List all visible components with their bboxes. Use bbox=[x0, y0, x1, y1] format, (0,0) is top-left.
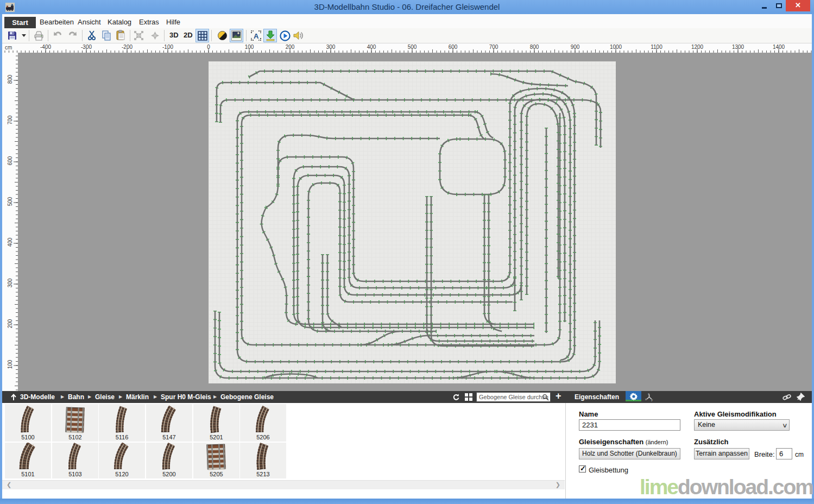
svg-text:600: 600 bbox=[449, 44, 458, 50]
svg-text:100: 100 bbox=[7, 360, 13, 369]
svg-text:300: 300 bbox=[7, 278, 13, 287]
svg-text:-400: -400 bbox=[40, 44, 51, 50]
svg-text:800: 800 bbox=[530, 44, 539, 50]
svg-text:300: 300 bbox=[326, 44, 336, 50]
svg-text:600: 600 bbox=[7, 156, 13, 165]
svg-text:-300: -300 bbox=[81, 44, 92, 50]
svg-text:x: x bbox=[648, 393, 649, 395]
svg-text:700: 700 bbox=[489, 44, 499, 50]
svg-text:500: 500 bbox=[408, 44, 417, 50]
svg-text:200: 200 bbox=[286, 44, 295, 50]
svg-text:800: 800 bbox=[7, 74, 13, 84]
svg-text:0: 0 bbox=[207, 44, 210, 50]
svg-text:400: 400 bbox=[7, 237, 13, 247]
svg-text:400: 400 bbox=[367, 44, 376, 50]
svg-text:200: 200 bbox=[7, 319, 13, 328]
svg-text:1300: 1300 bbox=[732, 44, 744, 50]
svg-text:-100: -100 bbox=[162, 44, 173, 50]
svg-text:500: 500 bbox=[7, 197, 13, 206]
svg-text:A: A bbox=[254, 32, 259, 40]
svg-text:y: y bbox=[651, 398, 653, 401]
svg-text:-200: -200 bbox=[122, 44, 132, 50]
svg-text:1200: 1200 bbox=[691, 44, 704, 50]
svg-text:x: x bbox=[645, 398, 647, 401]
svg-text:1100: 1100 bbox=[651, 44, 662, 50]
svg-text:1400: 1400 bbox=[773, 44, 785, 50]
svg-text:100: 100 bbox=[245, 44, 254, 50]
svg-text:1000: 1000 bbox=[610, 44, 622, 50]
svg-text:700: 700 bbox=[7, 115, 13, 124]
svg-text:900: 900 bbox=[571, 44, 580, 50]
